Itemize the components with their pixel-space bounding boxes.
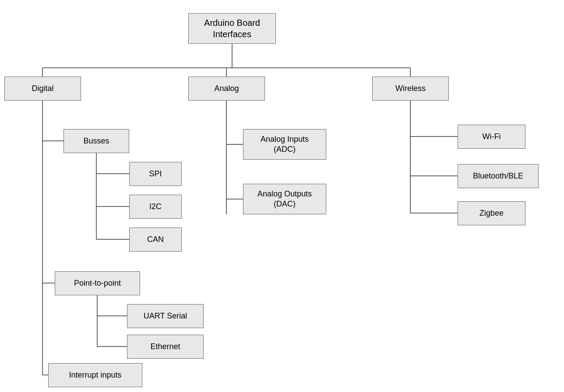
node-busses: Busses [63, 129, 129, 153]
diagram: Arduino Board Interfaces Digital Analog … [0, 0, 564, 392]
node-p2p: Point-to-point [55, 271, 140, 295]
node-i2c: I2C [129, 195, 182, 219]
node-root: Arduino Board Interfaces [188, 13, 276, 44]
node-interrupt: Interrupt inputs [48, 363, 142, 387]
node-ethernet: Ethernet [127, 335, 204, 359]
node-analog-outputs: Analog Outputs (DAC) [243, 184, 326, 214]
node-uart: UART Serial [127, 304, 204, 328]
node-zigbee: Zigbee [458, 201, 525, 225]
node-wireless: Wireless [372, 77, 449, 101]
node-analog: Analog [188, 77, 265, 101]
node-analog-inputs: Analog Inputs (ADC) [243, 129, 326, 160]
node-can: CAN [129, 228, 182, 252]
node-digital: Digital [4, 77, 81, 101]
node-spi: SPI [129, 162, 182, 186]
node-bluetooth: Bluetooth/BLE [458, 164, 539, 188]
node-wifi: Wi-Fi [458, 125, 525, 149]
